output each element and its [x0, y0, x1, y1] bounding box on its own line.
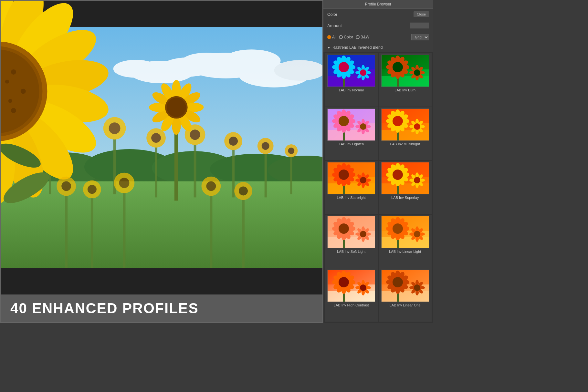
panel-title: Profile Browser: [365, 2, 391, 6]
svg-point-129: [360, 69, 366, 76]
svg-point-336: [340, 278, 348, 286]
all-radio[interactable]: [327, 35, 331, 39]
svg-point-21: [151, 133, 161, 143]
profile-thumb-superlay: [381, 162, 429, 194]
profile-item-linearlight[interactable]: LAB Inv Linear Light: [379, 215, 432, 268]
svg-point-228: [340, 171, 348, 179]
svg-point-255: [394, 171, 402, 179]
profile-thumb-normal: [327, 55, 375, 87]
color-label: Color: [327, 12, 414, 17]
svg-rect-97: [210, 188, 212, 268]
svg-rect-88: [65, 188, 68, 268]
svg-point-174: [340, 117, 348, 125]
amount-label: Amount: [327, 23, 410, 28]
filter-all[interactable]: All: [327, 35, 336, 39]
color-row: Color Close: [323, 9, 433, 20]
main-panel: 40 ENHANCED PROFILES: [0, 0, 323, 323]
profile-item-superlay[interactable]: LAB Inv Superlay: [379, 161, 432, 214]
svg-point-120: [340, 63, 348, 71]
profile-item-softlight[interactable]: LAB Inv Soft Light: [325, 215, 378, 268]
profile-item-multibright[interactable]: LAB Inv Multibright: [379, 107, 432, 160]
svg-point-183: [360, 123, 366, 130]
amount-row: Amount: [323, 20, 433, 31]
profile-thumb-softlight: [327, 216, 375, 248]
svg-rect-94: [123, 185, 125, 268]
profile-item-lighten[interactable]: LAB Inv Lighten: [325, 107, 378, 160]
svg-point-5: [162, 57, 213, 77]
image-container: [1, 1, 322, 294]
svg-point-99: [206, 181, 216, 191]
profile-name-starbright: LAB Inv Starbright: [337, 196, 366, 200]
svg-point-75: [11, 69, 16, 75]
svg-point-30: [262, 142, 269, 150]
color-radio[interactable]: [339, 35, 343, 39]
bw-radio[interactable]: [356, 35, 360, 39]
profile-item-burn[interactable]: LAB Inv Burn: [379, 53, 432, 107]
profile-name-lighten: LAB Inv Lighten: [339, 142, 364, 146]
svg-point-210: [414, 123, 420, 130]
svg-point-291: [360, 231, 366, 237]
bw-label: B&W: [361, 35, 369, 39]
caption-text: 40 ENHANCED PROFILES: [10, 300, 199, 316]
svg-point-51: [167, 98, 186, 117]
panel-header: Profile Browser: [323, 0, 433, 9]
profile-name-linearone: LAB Inv Linear One: [390, 303, 421, 307]
svg-point-27: [229, 137, 238, 146]
collapse-icon[interactable]: ▼: [327, 46, 331, 49]
section-title: Raztrend LAB Inverted Blend: [332, 45, 383, 50]
svg-rect-15: [1, 181, 322, 268]
svg-point-264: [414, 177, 420, 183]
svg-point-318: [414, 231, 420, 237]
profile-thumb-highcontrast: [327, 270, 375, 302]
profile-thumb-burn: [381, 55, 429, 87]
svg-point-372: [414, 284, 420, 291]
section-header: ▼ Raztrend LAB Inverted Blend: [323, 43, 433, 52]
filter-row: All Color B&W Grid List: [323, 31, 433, 43]
profile-name-burn: LAB Inv Burn: [394, 88, 415, 92]
svg-point-90: [61, 181, 71, 191]
svg-rect-100: [242, 192, 245, 268]
profile-thumb-lighten: [327, 108, 375, 141]
caption-bar: 40 ENHANCED PROFILES: [1, 294, 322, 322]
svg-point-82: [5, 80, 9, 84]
svg-point-237: [360, 177, 366, 183]
svg-point-36: [288, 148, 294, 154]
profile-item-highcontrast[interactable]: LAB Inv High Contrast: [325, 268, 378, 322]
svg-point-6: [113, 60, 158, 78]
view-mode-select[interactable]: Grid List: [411, 34, 429, 40]
profile-name-multibright: LAB Inv Multibright: [390, 142, 420, 146]
all-label: All: [332, 35, 336, 39]
profile-thumb-multibright: [381, 108, 429, 141]
color-filter-label: Color: [344, 35, 353, 39]
profiles-grid: LAB Inv Normal: [323, 52, 433, 323]
svg-rect-28: [265, 148, 267, 197]
profile-item-normal[interactable]: LAB Inv Normal: [325, 53, 378, 107]
main-image: [1, 1, 322, 294]
right-panel: Profile Browser Color Close Amount All C…: [323, 0, 433, 323]
svg-point-147: [394, 63, 402, 71]
profile-name-superlay: LAB Inv Superlay: [391, 196, 419, 200]
profile-name-highcontrast: LAB Inv High Contrast: [334, 303, 369, 307]
profile-thumb-linearlight: [381, 216, 429, 248]
profile-name-softlight: LAB Inv Soft Light: [337, 250, 365, 253]
svg-point-76: [21, 89, 26, 94]
profile-item-linearone[interactable]: LAB Inv Linear One: [379, 268, 432, 322]
svg-rect-22: [194, 136, 196, 197]
svg-point-83: [8, 99, 12, 103]
svg-point-77: [11, 108, 16, 113]
filter-radio-group: All Color B&W: [327, 35, 408, 39]
svg-rect-34: [290, 152, 292, 194]
filter-color[interactable]: Color: [339, 35, 353, 39]
close-button[interactable]: Close: [414, 11, 429, 17]
profile-item-starbright[interactable]: LAB Inv Starbright: [325, 161, 378, 214]
profile-name-normal: LAB Inv Normal: [339, 88, 364, 92]
svg-point-156: [414, 69, 420, 76]
svg-point-201: [394, 117, 402, 125]
profile-thumb-linearone: [381, 270, 429, 302]
filter-bw[interactable]: B&W: [356, 35, 369, 39]
profile-name-linearlight: LAB Inv Linear Light: [389, 250, 421, 253]
svg-point-93: [88, 185, 97, 194]
svg-rect-19: [155, 139, 157, 197]
amount-input[interactable]: [410, 23, 429, 28]
svg-point-282: [340, 225, 348, 232]
